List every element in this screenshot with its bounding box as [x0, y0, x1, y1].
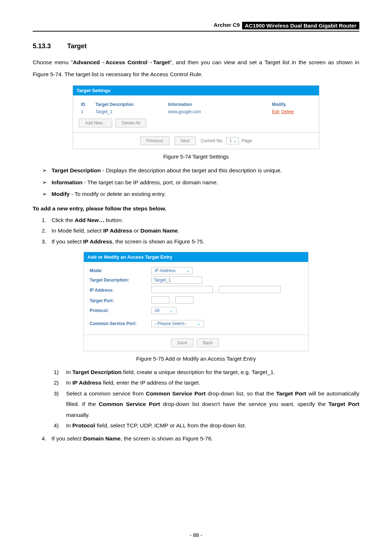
text: drop-down list doesn't have the service …	[160, 401, 328, 407]
step-3: If you select IP Address, the screen is …	[48, 236, 359, 247]
label: Common Service Port	[146, 390, 206, 397]
section-number: 5.13.3	[33, 42, 65, 50]
col-modify: Modify	[270, 100, 313, 108]
ip-address-ref: IP Address	[103, 227, 132, 234]
text: , the screen is shown as Figure 5-76.	[121, 435, 213, 442]
substep-1: 1)In Target Description field, create a …	[54, 367, 359, 377]
port-from-input[interactable]	[151, 296, 170, 304]
step-1: Click the Add New… button.	[48, 215, 359, 225]
target-description-input[interactable]	[151, 276, 202, 284]
text: In	[66, 379, 72, 386]
list-item: Modify - To modify or delete an existing…	[42, 188, 359, 200]
panel-title: Add or Modify an Access Target Entry	[84, 252, 308, 262]
port-row: Target Port: -	[90, 296, 302, 305]
figure-caption-1: Figure 5-74 Target Settings	[33, 153, 359, 160]
delete-all-button[interactable]: Delete All	[115, 119, 146, 127]
panel-title: Target Settings	[73, 86, 319, 95]
num: 4)	[54, 420, 59, 431]
text: In Mode field, select	[52, 227, 103, 234]
col-desc: Target Description	[93, 100, 166, 108]
add-new-ref: Add New…	[75, 217, 105, 223]
protocol-select[interactable]: All⌄	[151, 307, 176, 314]
label: Protocol	[72, 422, 95, 428]
table-header-row: ID Target Description Information Modify	[79, 100, 313, 108]
text: button.	[105, 217, 123, 223]
ip-to-input[interactable]	[219, 286, 281, 293]
port-label: Target Port:	[90, 298, 151, 303]
substep-4: 4)In Protocol field, select TCP, UDP, IC…	[54, 420, 359, 431]
text: drop-down list, so that the	[205, 390, 276, 397]
proto-label: Protocol:	[90, 308, 151, 313]
label: Target Port	[328, 401, 359, 407]
text: Choose menu "	[33, 59, 73, 65]
proto-row: Protocol: All⌄	[90, 307, 302, 314]
text: field, select TCP, UDP, ICMP or ALL from…	[95, 422, 246, 428]
edit-link[interactable]: Edit	[272, 109, 279, 114]
substep-2: 2)In IP Address field, enter the IP addr…	[54, 377, 359, 388]
page-label: Page	[242, 138, 252, 143]
label: Target Port	[276, 390, 306, 397]
target-table: ID Target Description Information Modify…	[79, 100, 313, 115]
page-header: Archer C9 AC1900 Wireless Dual Band Giga…	[33, 22, 359, 32]
cell-info: www.google.com	[166, 108, 270, 115]
text: field, create a unique description for t…	[122, 369, 275, 375]
mode-value: IP Address	[155, 268, 176, 273]
next-button[interactable]: Next	[175, 136, 196, 145]
ip-label: IP Address:	[90, 288, 151, 293]
delete-link[interactable]: Delete	[281, 109, 294, 114]
mode-label: Mode:	[90, 268, 151, 273]
num: 2)	[54, 377, 59, 388]
text: If you select	[52, 238, 83, 245]
label: Target Description	[52, 167, 101, 173]
desc-row: Target Description:	[90, 276, 302, 284]
label: IP Address	[72, 379, 101, 386]
page-select[interactable]: 1	[226, 137, 239, 144]
figure-caption-2: Figure 5-75 Add or Modify an Access Targ…	[33, 356, 359, 362]
ip-row: IP Address: -	[90, 286, 302, 294]
substep-3: 3)Select a common service from Common Se…	[54, 388, 359, 420]
desc-label: Target Description:	[90, 278, 151, 283]
text: - The target can be IP address, port, or…	[82, 179, 218, 185]
text: - Displays the description about the tar…	[101, 167, 282, 173]
common-service-port-select[interactable]: --Please Select--⌄	[151, 320, 204, 327]
feature-list: Target Description - Displays the descri…	[42, 165, 359, 200]
domain-name-ref: Domain Name	[83, 435, 121, 442]
substeps-list: 1)In Target Description field, create a …	[54, 367, 359, 431]
text: In	[66, 422, 72, 428]
text: In	[66, 369, 72, 375]
text: If you select	[52, 435, 83, 442]
steps-list: Click the Add New… button. In Mode field…	[48, 215, 359, 247]
chevron-down-icon: ⌄	[197, 321, 201, 326]
text: - To modify or delete an existing entry.	[70, 191, 166, 197]
cell-id: 1	[79, 108, 93, 115]
back-button[interactable]: Back	[197, 338, 219, 347]
save-button[interactable]: Save	[171, 338, 193, 347]
steps-list-cont: If you select Domain Name, the screen is…	[48, 433, 359, 444]
section-heading: 5.13.3 Target	[33, 42, 359, 50]
proto-value: All	[155, 308, 159, 313]
cell-desc: Target_1	[93, 108, 166, 115]
label: Target Description	[72, 369, 122, 375]
add-new-button[interactable]: Add New...	[79, 119, 112, 127]
page-number: - 88 -	[0, 532, 392, 538]
text: manually.	[66, 412, 90, 418]
num: 1)	[54, 367, 59, 377]
mode-select[interactable]: IP Address⌄	[151, 267, 193, 274]
csp-row: Common Service Port: --Please Select--⌄	[90, 320, 302, 327]
nav-access-control: Access Control	[105, 59, 147, 65]
nav-target: Target	[153, 59, 170, 65]
previous-button[interactable]: Previous	[140, 136, 170, 145]
target-settings-panel: Target Settings ID Target Description In…	[73, 85, 319, 149]
chevron-down-icon: ⌄	[170, 308, 173, 313]
ip-from-input[interactable]	[151, 286, 213, 293]
domain-name-ref: Domain Name	[140, 227, 178, 234]
text: , the screen is shown as Figure 5-75.	[112, 238, 204, 245]
port-to-input[interactable]	[175, 296, 193, 304]
intro-paragraph: Choose menu "Advanced→Access Control→Tar…	[33, 57, 359, 80]
table-row: 1 Target_1 www.google.com Edit Delete	[79, 108, 313, 115]
text: .	[178, 227, 179, 234]
add-modify-panel: Add or Modify an Access Target Entry Mod…	[83, 252, 309, 351]
text: or	[132, 227, 140, 234]
section-title: Target	[67, 42, 87, 50]
mode-row: Mode: IP Address⌄	[90, 267, 302, 274]
